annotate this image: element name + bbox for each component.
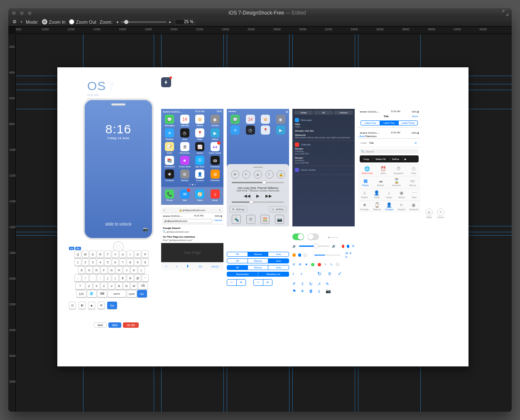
lockscreen-mock: 8:16 Friday 14 June slide to unlock 📷 (83, 98, 154, 240)
segmented-controls-mock: OffManuaAuto OffManuaAuto OffManuaAuto B… (227, 250, 289, 286)
gear-icon[interactable]: ⚙ (12, 19, 17, 25)
document-artboard[interactable]: OS 7 GUI setDesignShock 8:16 Friday 14 J… (57, 67, 468, 366)
canvas[interactable]: OS 7 GUI setDesignShock 8:16 Friday 14 J… (16, 34, 512, 412)
slide-to-unlock: slide to unlock (85, 222, 152, 226)
minimize-window-button[interactable] (20, 11, 24, 15)
app-window: iOS 7-DesignShock-Free — Edited ⚙▾ Mode:… (8, 8, 512, 412)
options-toolbar: ⚙▾ Mode: Zoom In Zoom Out Zoom: ▲ ▲ 25 % (8, 17, 512, 27)
homescreen-mock: ●●●●● SIGNAL ⌄8:16 AM50% 💬Messages14Cale… (161, 109, 223, 270)
vertical-ruler[interactable]: 2004006008001000120014001600180020002200… (8, 34, 16, 412)
zoom-value-field[interactable]: 25 % (175, 19, 195, 25)
camera-icon: 📷 (143, 227, 148, 231)
keyboard-mocks: AaBb QWERTYUIOP 1234567890 ASDFGHJKL -/:… (69, 247, 154, 309)
window-controls[interactable] (12, 11, 32, 15)
mode-label: Mode: (26, 20, 39, 25)
zoom-window-button[interactable] (27, 11, 32, 15)
switch-on (292, 233, 304, 240)
navbar-tabbar-mocks: ●●●●● SIGNAL ⌄8:16 AM50% ▮ TitleDone Lab… (358, 109, 420, 212)
lock-time: 8:16 (85, 122, 152, 136)
ui-elements-mock: 🔉🔊 ✕ ⓘ ≫ ∨ ∧ ⊖⊕★ ≡⤡ⓘ (292, 233, 355, 293)
zoom-label: Zoom: (100, 20, 113, 25)
title-edited: — Edited (284, 10, 306, 16)
window-title: iOS 7-DesignShock-Free — Edited (32, 10, 503, 16)
zoom-in-radio[interactable]: Zoom In (42, 19, 66, 25)
title-graphic: OS 7 GUI setDesignShock (87, 79, 115, 101)
close-window-button[interactable] (12, 11, 16, 15)
bolt-app-icon (161, 77, 171, 87)
title-main: iOS 7-DesignShock-Free (228, 10, 284, 16)
safari-mock: ≡🔒 gridlayoutshock.com↻ ●●●●● SIGNAL ⌄8:… (161, 207, 223, 270)
extra-tab-icons: ◎Radio ⚛Genius (425, 209, 444, 219)
titlebar[interactable]: iOS 7-DesignShock-Free — Edited (8, 8, 512, 17)
switch-off (307, 233, 319, 240)
zoom-slider[interactable] (121, 21, 167, 23)
notification-center-mock: todayallmissed Messages MikeHello... Woo… (292, 109, 355, 226)
fullscreen-icon[interactable] (503, 10, 508, 16)
zoom-out-radio[interactable]: Zoom Out (69, 19, 96, 25)
horizontal-ruler[interactable]: 8001000120014001600180020002200240026002… (16, 27, 512, 34)
control-center-mock: ●●●●●▮ 💬14✿◉☀◷📍▶ ✈︎ᯤ⌀☾🔒 Get Lucky (feat.… (227, 109, 289, 226)
lock-date: Friday 14 June (85, 136, 152, 140)
